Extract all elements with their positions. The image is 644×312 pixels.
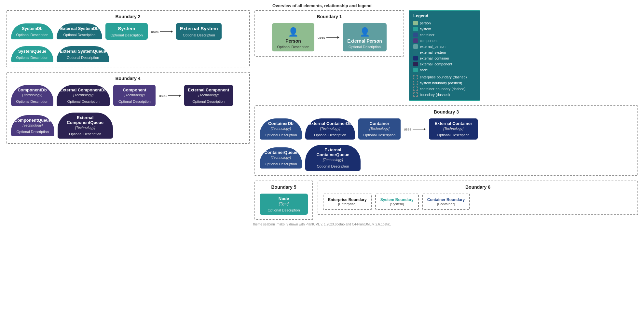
ext-systemdb-desc: Optional Description	[63, 33, 95, 37]
ext-containerdb-desc: Optional Description	[314, 133, 346, 137]
boundary2-arrow-svg	[160, 29, 173, 34]
legend-swatch-node	[413, 68, 418, 72]
ext-systemqueue-title: External SystemQueue	[60, 49, 106, 54]
containerqueue-card: ContainerQueue [Technology] Optional Des…	[260, 147, 302, 169]
ext-person-card: 👤 External Person Optional Description	[343, 23, 387, 51]
legend-item-ext-component: external_component	[413, 61, 476, 67]
boundary2-arrow-label: uses	[151, 30, 158, 34]
legend-item-container: container	[413, 32, 476, 38]
legend-label-node: node	[420, 68, 428, 72]
legend-title: Legend	[413, 13, 476, 18]
left-column: Boundary 2 SystemDb Optional Description…	[6, 10, 250, 220]
legend-swatch-person	[413, 21, 418, 25]
boundary4-arrow: uses	[159, 93, 181, 98]
node-card: Node [Type] Optional Description	[260, 194, 308, 215]
ext-systemdb-card: External SystemDb Optional Description	[57, 23, 102, 39]
boundary-2: Boundary 2 SystemDb Optional Description…	[6, 10, 250, 67]
containerdb-card: ContainerDb [Technology] Optional Descri…	[260, 118, 302, 140]
boundary2-arrow: uses	[151, 29, 173, 34]
boundary4-arrow-svg	[168, 93, 181, 98]
containerdb-title: ContainerDb	[268, 121, 294, 126]
ext-container-desc: Optional Description	[437, 133, 470, 137]
legend-label-container: container	[420, 33, 434, 37]
ext-system-title: External System	[180, 26, 218, 31]
legend-box: Legend person system container component	[409, 10, 480, 101]
boundary-3-title: Boundary 3	[260, 109, 633, 115]
legend-swatch-component	[413, 38, 418, 43]
ext-system-card: External System Optional Description	[176, 23, 222, 40]
legend-label-boundary: boundary (dashed)	[420, 93, 450, 97]
boundary-4-title: Boundary 4	[11, 76, 245, 81]
boundary-6-title: Boundary 6	[323, 184, 633, 190]
ext-systemqueue-card: External SystemQueue Optional Descriptio…	[57, 46, 109, 62]
boundary-4: Boundary 4 ComponentDb [Technology] Opti…	[6, 72, 250, 144]
legend-label-sys-boundary: system boundary (dashed)	[420, 81, 462, 85]
footer: theme seaborn_mako_9 drawn with PlantUML…	[0, 220, 644, 227]
legend-item-person: person	[413, 20, 476, 26]
boundary-5-title: Boundary 5	[260, 184, 308, 190]
container-boundary-sub: [Container]	[427, 202, 465, 206]
container-card: Container [Technology] Optional Descript…	[358, 118, 401, 140]
legend-item-ext-system: external_system	[413, 49, 476, 55]
boundary3-arrow: uses	[404, 127, 426, 132]
systemdb-title: SystemDb	[22, 26, 43, 31]
legend-dashed-system	[413, 81, 418, 85]
container-tech: [Technology]	[369, 127, 390, 130]
system-desc: Optional Description	[110, 33, 143, 37]
componentqueue-title: ComponentQueue	[14, 118, 51, 123]
legend-swatch-ext-person	[413, 44, 418, 49]
ext-componentdb-title: External ComponentDb	[60, 88, 107, 92]
ext-container-title: External Container	[434, 121, 472, 126]
legend-item-ext-container: external_container	[413, 55, 476, 61]
component-title: Component	[123, 88, 146, 92]
boundary4-arrow-label: uses	[159, 94, 166, 98]
ext-component-desc: Optional Description	[192, 100, 225, 103]
legend-label-ext-system: external_system	[420, 50, 446, 54]
legend-dashed-container	[413, 87, 418, 91]
boundary-6: Boundary 6 Enterprise Boundary [Enterpri…	[318, 181, 638, 215]
legend-label-ext-component: external_component	[420, 62, 452, 66]
containerdb-desc: Optional Description	[265, 133, 297, 137]
person-card: 👤 Person Optional Description	[272, 23, 314, 51]
node-title: Node	[279, 196, 289, 201]
enterprise-boundary-sub: [Enterprise]	[328, 202, 367, 206]
boundary-5: Boundary 5 Node [Type] Optional Descript…	[254, 181, 313, 220]
system-boundary-title: System Boundary	[380, 197, 414, 202]
legend-label-ext-container: external_container	[420, 56, 449, 60]
ext-systemdb-title: External SystemDb	[60, 26, 99, 31]
legend-swatch-ext-component	[413, 62, 418, 66]
containerdb-tech: [Technology]	[271, 127, 291, 130]
node-tech: [Type]	[279, 202, 289, 206]
ext-componentqueue-desc: Optional Description	[69, 132, 101, 136]
boundary1-arrow: uses	[318, 35, 339, 40]
legend-boundary: boundary (dashed)	[413, 92, 476, 98]
containerqueue-tech: [Technology]	[271, 156, 291, 159]
svg-marker-5	[337, 36, 339, 39]
ext-component-title: External Component	[188, 88, 229, 92]
systemqueue-desc: Optional Description	[16, 56, 48, 60]
componentqueue-tech: [Technology]	[22, 123, 43, 127]
svg-marker-3	[179, 94, 181, 97]
boundary-3: Boundary 3 ContainerDb [Technology] Opti…	[254, 105, 638, 176]
svg-marker-1	[171, 30, 173, 33]
ext-containerqueue-tech: [Technology]	[323, 158, 343, 162]
node-desc: Optional Description	[267, 208, 300, 212]
page-title: Overview of all elements, relationship a…	[0, 0, 644, 10]
legend-container-boundary: container boundary (dashed)	[413, 86, 476, 92]
component-card: Component [Technology] Optional Descript…	[113, 85, 156, 106]
legend-item-ext-person: external_person	[413, 44, 476, 49]
systemdb-desc: Optional Description	[16, 33, 48, 37]
legend-dashed-enterprise	[413, 75, 418, 79]
system-title: System	[118, 26, 135, 31]
componentqueue-card: ComponentQueue [Technology] Optional Des…	[11, 115, 54, 136]
componentdb-tech: [Technology]	[22, 93, 42, 97]
container-desc: Optional Description	[363, 133, 395, 137]
componentdb-title: ComponentDb	[18, 88, 47, 92]
system-boundary-card: System Boundary [System]	[375, 194, 419, 210]
ext-component-card: External Component [Technology] Optional…	[184, 85, 233, 106]
legend-label-enterprise: enterprise boundary (dashed)	[420, 75, 467, 79]
legend-dashed-boundary	[413, 92, 418, 97]
ext-containerqueue-desc: Optional Description	[317, 164, 349, 168]
boundary-1-title: Boundary 1	[260, 14, 399, 19]
boundary-1: Boundary 1 👤 Person Optional Description…	[254, 10, 404, 57]
